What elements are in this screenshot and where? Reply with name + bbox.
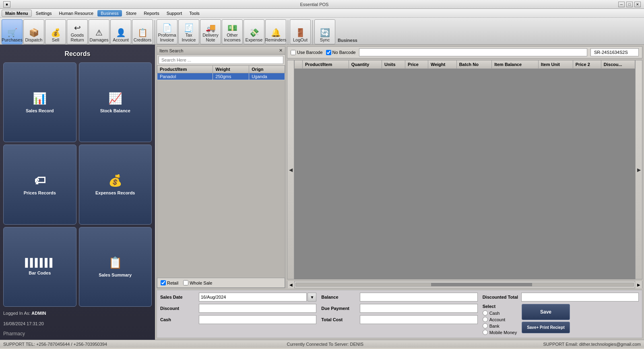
barcode-row: Use Barcode No Barcode SR-24S1634S2S (287, 46, 642, 58)
balance-input[interactable] (360, 293, 477, 302)
toolbar-delivery[interactable]: 🚚 Delivery Note (200, 19, 221, 44)
expenses-records-button[interactable]: 💰 Expenses Records (79, 145, 152, 224)
toolbar-expense[interactable]: 💸 Expense (244, 19, 264, 44)
menu-settings[interactable]: Settings (33, 10, 55, 17)
discount-input[interactable] (199, 304, 316, 313)
due-payment-input[interactable] (360, 304, 477, 313)
stock-balance-button[interactable]: 📈 Stock Balance (79, 62, 152, 142)
expense-label: Expense (246, 37, 263, 42)
toolbar-proforma[interactable]: 📄 Proforma Invoice (157, 19, 178, 44)
username: ADMIN (31, 311, 46, 316)
mobile-money-radio[interactable] (483, 330, 488, 335)
main-menu-button[interactable]: Main Menu (2, 10, 32, 17)
account-icon: 👤 (116, 29, 126, 37)
sales-date-input[interactable] (199, 293, 307, 302)
toolbar-tax[interactable]: 🧾 Tax Invoice (178, 19, 199, 44)
maximize-button[interactable]: □ (626, 2, 633, 7)
toolbar-sell[interactable]: 💰 Sell (45, 19, 66, 44)
wholesale-checkbox[interactable] (183, 280, 188, 285)
no-barcode-label[interactable]: No Barcode (326, 50, 356, 55)
scroll-left-button[interactable]: ◀ (287, 60, 294, 279)
status-bar: SUPPORT TEL: +256-787045644 / +256-70395… (0, 340, 644, 348)
bank-option[interactable]: Bank (483, 323, 517, 328)
business-group-label: Business (338, 38, 357, 43)
due-payment-row: Due Payment (321, 304, 477, 313)
date-picker-button[interactable]: ▼ (308, 293, 316, 302)
th-quantity: Quantity (349, 60, 382, 69)
damages-label: Damages (89, 37, 108, 42)
account-radio[interactable] (483, 317, 488, 322)
no-barcode-checkbox[interactable] (326, 50, 331, 55)
logout-label: LogOut (293, 37, 308, 42)
account-option[interactable]: Account (483, 317, 517, 322)
scroll-left-arrow[interactable]: ◀ (287, 281, 295, 288)
toolbar-separator-3 (312, 20, 313, 44)
cash-input[interactable] (199, 315, 316, 324)
left-panel: Records 📊 Sales Record 📈 Stock Balance 🏷… (0, 45, 155, 340)
toolbar-dispatch[interactable]: 📦 Dispatch (23, 19, 44, 44)
minimize-button[interactable]: ─ (618, 2, 625, 7)
menu-business[interactable]: Business (97, 10, 122, 17)
toolbar-logout[interactable]: 🚪 LogOut (290, 19, 311, 44)
cash-option[interactable]: Cash (483, 310, 517, 316)
toolbar-damages[interactable]: ⚠ Damages (89, 19, 109, 44)
toolbar-account[interactable]: 👤 Account (110, 19, 131, 44)
scrollbar-track[interactable] (295, 283, 634, 287)
wholesale-label[interactable]: Whole Sale (183, 280, 212, 285)
sales-record-button[interactable]: 📊 Sales Record (3, 62, 76, 142)
retail-whole-row: Retail Whole Sale (157, 278, 285, 288)
menu-human-resource[interactable]: Human Resource (56, 10, 97, 17)
toolbar-creditors[interactable]: 📋 Creditors (132, 19, 153, 44)
toolbar-goods-return[interactable]: ↩ Goods Return (67, 19, 88, 44)
user-info: Logged In As: ADMIN (3, 309, 152, 317)
save-button[interactable]: Save (522, 304, 570, 320)
discounted-total-label: Discounted Total (483, 295, 519, 299)
save-print-button[interactable]: Save+ Print Reciept (522, 322, 570, 333)
cash-radio[interactable] (483, 310, 488, 316)
barcodes-label: Bar Codes (29, 271, 51, 275)
menu-store[interactable]: Store (123, 10, 140, 17)
user-datetime: 16/08/2024 17:31:20 (3, 320, 152, 328)
retail-checkbox[interactable] (161, 280, 166, 285)
right-panel: Item Search ✕ Product/Item Weight Orign (155, 45, 644, 340)
proforma-icon: 📄 (162, 24, 172, 32)
dispatch-label: Dispatch (25, 37, 43, 42)
menu-tools[interactable]: Tools (186, 10, 203, 17)
menu-reports[interactable]: Reports (140, 10, 163, 17)
use-barcode-checkbox[interactable] (291, 50, 296, 55)
sales-date-label: Sales Date (160, 295, 196, 299)
discount-label: Discount (160, 306, 196, 311)
toolbar-purchases[interactable]: 🛒 Purchases (2, 19, 23, 44)
stock-balance-label: Stock Balance (100, 108, 130, 113)
sales-summary-button[interactable]: 📋 Sales Summary (79, 227, 152, 307)
expense-icon: 💸 (249, 29, 259, 37)
other-label: Other Incomes (223, 33, 242, 42)
prices-records-button[interactable]: 🏷 Prices Records (3, 145, 76, 224)
toolbar-other[interactable]: 💵 Other Incomes (222, 19, 243, 44)
scrollbar-thumb[interactable] (431, 283, 533, 286)
expenses-records-label: Expenses Records (95, 190, 135, 195)
use-barcode-label[interactable]: Use Barcode (291, 50, 323, 55)
th-batch-no: Batch No (456, 60, 492, 69)
scroll-right-arrow[interactable]: ▶ (635, 281, 642, 288)
search-close-button[interactable]: ✕ (279, 48, 283, 53)
search-table: Product/Item Weight Orign Panadol 250gms… (157, 65, 285, 80)
total-cost-input[interactable] (360, 315, 477, 324)
mobile-money-option[interactable]: Mobile Money (483, 330, 517, 335)
toolbar-sync[interactable]: 🔄 Sync (314, 19, 335, 44)
search-result-row[interactable]: Panadol 250gms Uganda (157, 73, 285, 80)
app-icon-button[interactable]: ■ (3, 1, 10, 8)
barcode-code-display: SR-24S1634S2S (590, 48, 639, 56)
bank-radio[interactable] (483, 323, 488, 328)
close-button[interactable]: ✕ (634, 2, 641, 7)
discounted-total-input[interactable] (521, 293, 639, 302)
barcodes-button[interactable]: ▌▌▌▌▌▌ Bar Codes (3, 227, 76, 307)
search-input[interactable] (159, 56, 283, 64)
reminders-label: Reminders (265, 37, 286, 42)
retail-label[interactable]: Retail (161, 280, 178, 285)
barcode-text-input[interactable] (359, 48, 587, 56)
toolbar-reminders[interactable]: 🔔 Reminders (265, 19, 286, 44)
menu-support[interactable]: Support (163, 10, 186, 17)
scroll-right-button[interactable]: ▶ (635, 60, 642, 279)
sales-table-wrapper: ◀ Product/Item Quantity Units Price (287, 60, 642, 279)
